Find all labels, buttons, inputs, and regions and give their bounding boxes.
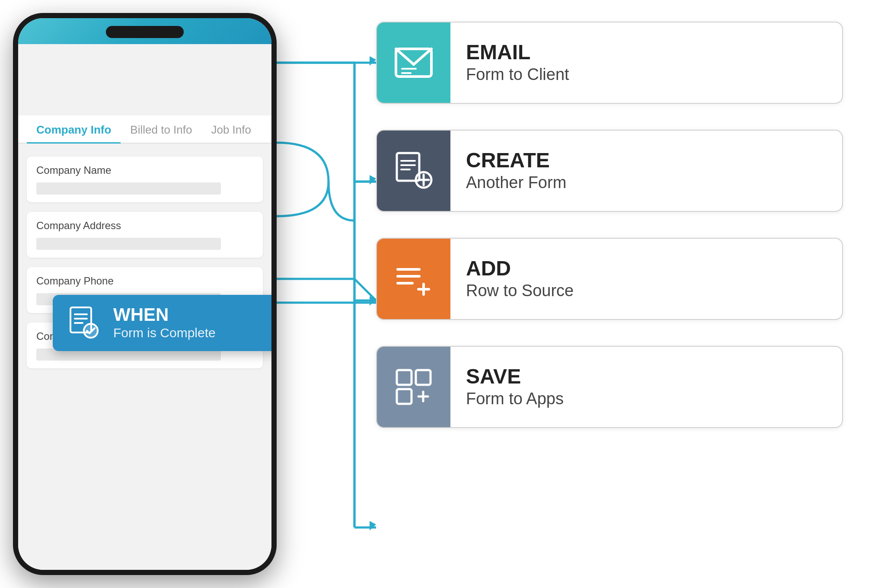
field-company-address-input[interactable] (36, 238, 221, 250)
when-icon-box (65, 304, 104, 342)
tab-company-info[interactable]: Company Info (27, 115, 121, 143)
right-section: EMAIL Form to Client CR (376, 22, 843, 428)
phone-tabs: Company Info Billed to Info Job Info (18, 115, 271, 144)
svg-marker-0 (370, 56, 376, 66)
canvas: Company Info Billed to Info Job Info Com… (0, 0, 871, 588)
phone-inner: Company Info Billed to Info Job Info Com… (18, 18, 271, 570)
form-area: Company Name Company Address Company Pho… (18, 148, 271, 570)
phone-notch (106, 26, 184, 38)
email-icon (394, 47, 433, 78)
card-add-text: ADD Row to Source (450, 258, 589, 300)
svg-line-12 (414, 49, 431, 64)
card-create-icon-box (377, 131, 450, 211)
card-add-icon-box (377, 239, 450, 319)
when-text-area: WHEN Form is Complete (113, 306, 216, 340)
card-email: EMAIL Form to Client (376, 22, 843, 104)
card-save: SAVE Form to Apps (376, 346, 843, 428)
field-company-name-input[interactable] (36, 182, 221, 195)
when-box: WHEN Form is Complete (53, 295, 271, 351)
svg-marker-1 (370, 175, 376, 185)
card-create: CREATE Another Form (376, 130, 843, 212)
svg-rect-29 (397, 389, 412, 404)
field-company-address[interactable]: Company Address (27, 212, 263, 258)
phone-screen: Company Info Billed to Info Job Info Com… (18, 44, 271, 570)
card-add: ADD Row to Source (376, 238, 843, 320)
card-save-text: SAVE Form to Apps (450, 366, 579, 408)
phone: Company Info Billed to Info Job Info Com… (13, 13, 277, 575)
card-save-icon-box (377, 347, 450, 427)
save-apps-icon (394, 368, 433, 406)
svg-marker-2 (370, 296, 376, 306)
tab-job-info[interactable]: Job Info (201, 115, 261, 143)
create-form-icon (394, 151, 433, 190)
svg-marker-3 (370, 521, 376, 530)
card-email-text: EMAIL Form to Client (450, 42, 585, 84)
card-email-icon-box (377, 22, 450, 103)
card-create-text: CREATE Another Form (450, 150, 582, 192)
svg-rect-27 (397, 370, 412, 385)
form-check-icon (67, 306, 102, 340)
svg-rect-28 (416, 370, 431, 385)
add-row-icon (394, 262, 433, 296)
svg-line-11 (396, 49, 414, 64)
field-company-name[interactable]: Company Name (27, 157, 263, 202)
tab-billed-to-info[interactable]: Billed to Info (121, 115, 201, 143)
